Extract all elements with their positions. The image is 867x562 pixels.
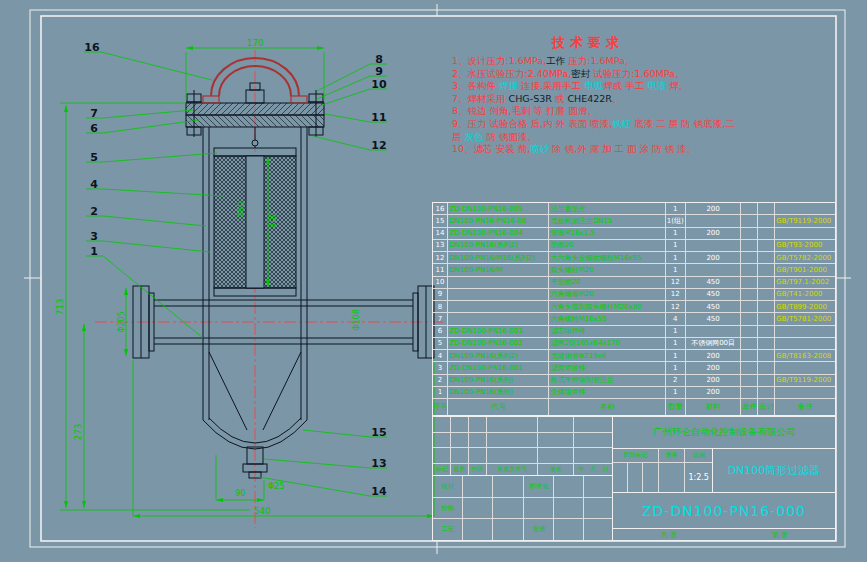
bom-cell: 8 [433,301,448,313]
part-balloon-11: 11 [371,111,386,124]
label-process: 工艺 [433,519,463,540]
bom-cell: 450 [686,313,742,325]
bom-cell [775,362,835,374]
product-name: DN100筒形过滤器 [713,449,835,492]
bom-cell: ZD-DN100-PN16-001 [448,362,549,374]
dimension-overall-height: 713 [55,298,65,315]
bom-cell [758,289,775,301]
bom-cell: 无缝钢管Φ219x6 [549,350,665,362]
bom-cell [741,215,758,227]
bom-cell: 滤芯组焊件 [549,326,665,338]
bom-cell: 200 [686,387,742,399]
bom-row: 3ZD-DN100-PN16-001滤筒焊接件1200 [433,362,835,374]
bom-cell: ZD-DN100-PN16-003 [448,326,549,338]
bom-cell: 5 [433,338,448,350]
bom-cell: 200 [686,362,742,374]
text-overlay: 170 713 273 540 90 Φ25 Φ60 400 Φ108 Φ205… [0,0,867,562]
bom-cell: 六角螺栓M16x55 [549,313,665,325]
bom-cell: 1 [666,228,686,240]
bom-cell: ZD-DN100-PN16-002 [448,338,549,350]
bom-cell: 1 [666,338,686,350]
bom-cell [741,350,758,362]
bom-cell [741,240,758,252]
label-scale: 比例 [685,449,712,462]
bom-cell: DN100-PN16-PN16-00 [448,215,549,227]
dimension-pipe-dia: Φ108 [352,309,361,331]
bom-cell: GB/T5781-2000 [775,313,835,325]
bom-cell: DN100-PN16/M16(系列2) [448,252,549,264]
bom-cell: 不锈钢网00目 [686,338,742,350]
label-sign: 签名 [538,464,574,475]
bom-cell: 12 [433,252,448,264]
bom-row: 16ZD-DN100-PN16-005法兰盖垫片1200 [433,203,835,215]
bom-cell: 总计 [758,399,775,415]
bom-cell [448,301,549,313]
tech-requirement-line: 7、焊材采用 CHG-S3R 或 CHE422R。 [452,93,836,106]
tech-requirement-line: 层 灰色 防 锈面漆。 [452,131,836,144]
tech-requirement-line: 10、滤芯 安装 前,喷砂 除 锈,外 露 加 工 面 涂 防 锈 漆。 [452,143,836,156]
bom-cell: 1 [666,362,686,374]
stage-mark-area: 阶段标记 重量 比例 1:2.5 [613,449,713,492]
dimension-flange-dia: Φ205 [117,311,126,333]
bom-cell: DN100-PN16(系列) [448,375,549,387]
bom-cell [775,326,835,338]
bom-cell [758,338,775,350]
bom-cell: 六角螺母M20 [549,289,665,301]
bom-cell [686,215,742,227]
bom-cell: 备注 [775,399,835,415]
part-balloon-6: 6 [90,122,98,135]
bom-row: 4DN100-PN16(系列2)无缝钢管Φ219x61200GB/T8163-2… [433,350,835,362]
label-design: 设计 [433,476,463,497]
bom-cell: 滤网20|165x64x170 [549,338,665,350]
bom-cell: 1 [666,252,686,264]
bom-cell: 2 [433,375,448,387]
part-balloon-7: 7 [90,107,98,120]
scale-value: 1:2.5 [685,463,712,492]
dimension-overall-width: 540 [253,506,270,516]
bom-cell: GB/T97.1-2002 [775,277,835,289]
bom-cell: 代号 [448,399,549,415]
tech-requirements-title: 技术要求 [552,34,836,52]
bom-cell [686,264,742,276]
bom-cell [758,240,775,252]
bom-row: 10平垫圈2012450GB/T97.1-2002 [433,277,835,289]
bom-cell: 450 [686,301,742,313]
bom-cell: 垫圈20 [549,240,665,252]
bom-cell: GB/T9119-2000 [775,375,835,387]
label-sheet-no: 第 张 [771,530,787,540]
bom-cell: 200 [686,228,742,240]
bom-row: 11DN100-PN16/M双头螺柱M201GB/T901-2000 [433,264,835,276]
bom-cell [741,277,758,289]
bom-cell: 1 [666,203,686,215]
dimension-top-width: 170 [246,38,263,48]
bom-cell [758,301,775,313]
bom-cell [741,375,758,387]
dimension-filter-height: 400 [269,212,278,227]
part-balloon-1: 1 [90,245,98,258]
label-count: 处数 [451,464,469,475]
bom-cell [775,387,835,399]
bom-cell: 9 [433,289,448,301]
bom-cell [741,301,758,313]
bom-cell: 材料 [686,399,742,415]
bom-cell [758,277,775,289]
tech-requirement-line: 2、水压试验压力:2.40MPa,密封 试验压力:1.60MPa。 [452,68,836,81]
part-balloon-2: 2 [90,205,98,218]
label-stage: 阶段标记 [613,449,659,462]
bom-row: 6ZD-DN100-PN16-003滤芯组焊件1 [433,326,835,338]
bom-cell: 无损检测法兰DN15 [549,215,665,227]
bom-cell: GB/T901-2000 [775,264,835,276]
dimension-drain-height: 90 [235,489,245,498]
label-change-doc: 更改文件号 [487,464,539,475]
bom-row: 7六角螺栓M16x554450GB/T5781-2000 [433,313,835,325]
bom-cell [775,228,835,240]
bom-cell: 16 [433,203,448,215]
bom-cell: 法兰盖垫片 [549,203,665,215]
bom-cell: GB/T5782-2000 [775,252,835,264]
bom-cell: 单件 [741,399,758,415]
bom-cell: 4 [433,350,448,362]
bom-cell [741,203,758,215]
bom-cell: 板式平焊钢制管法兰 [549,375,665,387]
bom-cell [758,203,775,215]
bom-cell [741,326,758,338]
